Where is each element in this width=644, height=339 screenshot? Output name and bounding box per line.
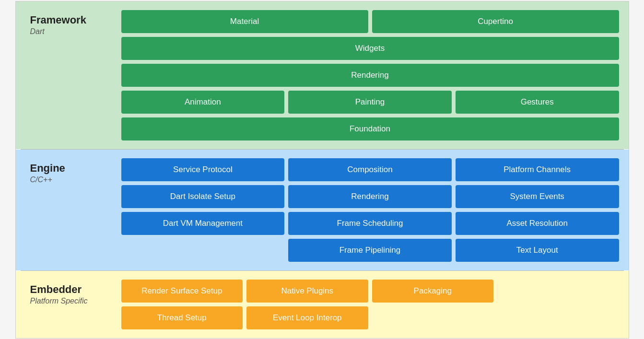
embedder-title: Embedder [30, 283, 117, 296]
framework-cell-material: Material [121, 10, 368, 33]
framework-section: Framework Dart Material Cupertino Widget… [16, 1, 629, 149]
engine-title: Engine [30, 162, 117, 175]
framework-cell-gestures: Gestures [456, 91, 619, 114]
framework-subtitle: Dart [30, 27, 117, 36]
embedder-label: Embedder Platform Specific [25, 280, 121, 329]
engine-cell-composition: Composition [288, 158, 452, 181]
engine-cell-text-layout: Text Layout [456, 239, 619, 262]
engine-cell-rendering: Rendering [288, 185, 452, 208]
engine-cell-frame-scheduling: Frame Scheduling [288, 212, 452, 235]
embedder-row-2: Thread Setup Event Loop Interop [121, 306, 619, 329]
framework-cell-painting: Painting [288, 91, 452, 114]
embedder-content: Render Surface Setup Native Plugins Pack… [121, 280, 619, 329]
engine-cell-system-events: System Events [456, 185, 619, 208]
embedder-cell-empty-2 [372, 306, 494, 329]
framework-row-5: Foundation [121, 117, 619, 140]
engine-cell-frame-pipelining: Frame Pipelining [288, 239, 452, 262]
framework-content: Material Cupertino Widgets Rendering Ani… [121, 10, 619, 140]
embedder-cell-native-plugins: Native Plugins [246, 280, 368, 303]
framework-row-4: Animation Painting Gestures [121, 91, 619, 114]
engine-cell-platform-channels: Platform Channels [456, 158, 619, 181]
architecture-diagram: Framework Dart Material Cupertino Widget… [15, 1, 629, 339]
engine-cell-dart-vm: Dart VM Management [121, 212, 285, 235]
framework-title: Framework [30, 14, 117, 26]
embedder-cell-empty-3 [497, 306, 619, 329]
embedder-cell-render-surface: Render Surface Setup [121, 280, 243, 303]
engine-cell-dart-isolate: Dart Isolate Setup [121, 185, 285, 208]
framework-cell-foundation: Foundation [121, 117, 619, 140]
embedder-row-1: Render Surface Setup Native Plugins Pack… [121, 280, 619, 303]
framework-cell-rendering: Rendering [121, 64, 619, 87]
framework-row-1: Material Cupertino [121, 10, 619, 33]
framework-cell-cupertino: Cupertino [372, 10, 619, 33]
embedder-section: Embedder Platform Specific Render Surfac… [16, 271, 629, 338]
engine-row-2: Dart Isolate Setup Rendering System Even… [121, 185, 619, 208]
engine-subtitle: C/C++ [30, 175, 117, 184]
embedder-cell-event-loop: Event Loop Interop [246, 306, 368, 329]
engine-row-3: Dart VM Management Frame Scheduling Asse… [121, 212, 619, 235]
embedder-subtitle: Platform Specific [30, 297, 117, 305]
engine-row-1: Service Protocol Composition Platform Ch… [121, 158, 619, 181]
framework-cell-animation: Animation [121, 91, 285, 114]
framework-cell-widgets: Widgets [121, 37, 619, 60]
embedder-cell-packaging: Packaging [372, 280, 494, 303]
framework-row-2: Widgets [121, 37, 619, 60]
embedder-cell-empty-1 [497, 280, 619, 303]
embedder-cell-thread-setup: Thread Setup [121, 306, 243, 329]
engine-cell-empty [121, 239, 285, 262]
engine-row-4: Frame Pipelining Text Layout [121, 239, 619, 262]
engine-content: Service Protocol Composition Platform Ch… [121, 158, 619, 262]
engine-section: Engine C/C++ Service Protocol Compositio… [16, 150, 629, 270]
engine-cell-service-protocol: Service Protocol [121, 158, 285, 181]
framework-row-3: Rendering [121, 64, 619, 87]
framework-label: Framework Dart [25, 10, 121, 140]
engine-label: Engine C/C++ [25, 158, 121, 262]
engine-cell-asset-resolution: Asset Resolution [456, 212, 619, 235]
